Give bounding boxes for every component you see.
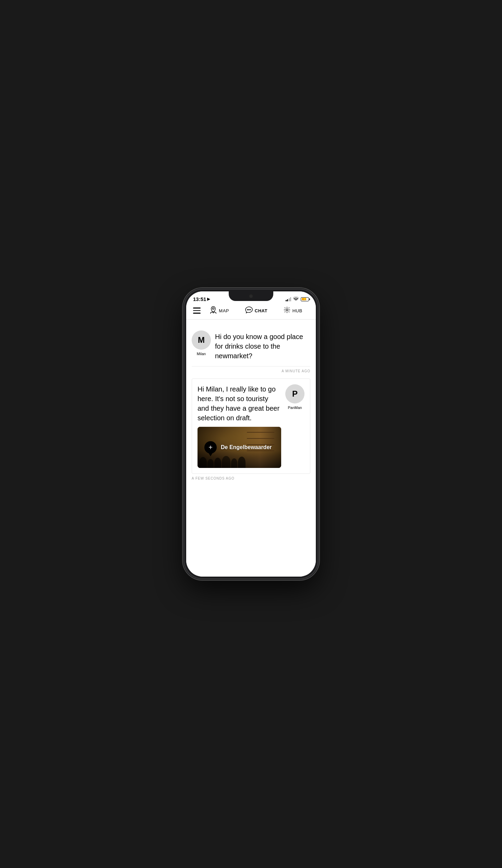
incoming-message: M Milan Hi do you know a good place for … <box>192 325 310 366</box>
signal-icon <box>286 297 291 301</box>
message-text-incoming: Hi do you know a good place for drinks c… <box>215 330 310 361</box>
nav-item-chat[interactable]: CHAT <box>243 305 270 316</box>
status-bar: 13:51 ▶ ⚡ <box>186 291 316 302</box>
timestamp-incoming: A MINUTE AGO <box>192 366 310 376</box>
nav-item-map[interactable]: MAP <box>207 305 232 317</box>
avatar-panman: P <box>285 384 305 403</box>
notch <box>229 291 273 301</box>
nav-item-hub[interactable]: HUB <box>281 305 305 316</box>
avatar-initial-panman: P <box>292 390 298 398</box>
phone-device: 13:51 ▶ ⚡ <box>184 289 318 579</box>
hamburger-menu[interactable] <box>192 306 202 315</box>
status-icons: ⚡ <box>286 297 309 302</box>
nav-map-label: MAP <box>219 308 229 313</box>
sender-panman: P PanMan <box>285 384 305 410</box>
svg-point-4 <box>286 309 288 311</box>
nav-hub-label: HUB <box>293 308 303 313</box>
svg-point-2 <box>249 310 249 310</box>
place-name[interactable]: De Engelbewaarder <box>221 444 272 451</box>
phone-screen: 13:51 ▶ ⚡ <box>186 291 316 577</box>
battery-icon: ⚡ <box>301 297 309 301</box>
message-text-outgoing: Hi Milan, I really like to go here. It's… <box>197 384 281 423</box>
location-icon: ▶ <box>207 297 210 301</box>
sender-milan: M Milan <box>192 330 211 356</box>
camera <box>249 294 253 298</box>
status-time: 13:51 ▶ <box>193 296 210 302</box>
map-icon <box>210 306 217 315</box>
outgoing-message: Hi Milan, I really like to go here. It's… <box>192 379 310 474</box>
nav-items: MAP CHAT <box>202 305 310 317</box>
sender-name-panman: PanMan <box>288 405 302 410</box>
hub-icon <box>284 307 290 315</box>
sender-name-milan: Milan <box>197 352 206 356</box>
timestamp-outgoing: A FEW SECONDS AGO <box>192 476 310 480</box>
place-pin-icon: + <box>204 441 217 454</box>
pin-plus: + <box>208 444 213 451</box>
time-display: 13:51 <box>193 296 206 302</box>
chat-content: M Milan Hi do you know a good place for … <box>186 320 316 577</box>
svg-point-1 <box>247 310 248 310</box>
nav-bar: MAP CHAT <box>186 302 316 320</box>
avatar-initial: M <box>198 336 205 344</box>
svg-point-0 <box>213 308 214 310</box>
place-card[interactable]: + De Engelbewaarder <box>197 427 281 468</box>
svg-point-3 <box>250 310 251 310</box>
nav-chat-label: CHAT <box>255 308 267 313</box>
wifi-icon <box>293 297 299 302</box>
outgoing-content: Hi Milan, I really like to go here. It's… <box>197 384 281 468</box>
chat-icon <box>245 307 253 315</box>
avatar-milan: M <box>192 330 211 350</box>
